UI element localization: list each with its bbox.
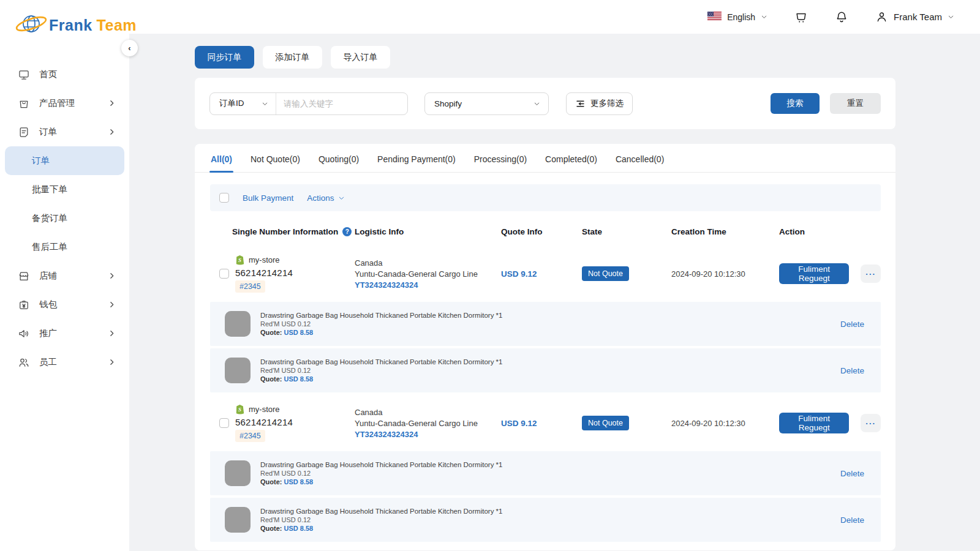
status-tab-completed[interactable]: Completed(0)	[544, 144, 598, 172]
bulk-payment-link[interactable]: Bulk Payment	[243, 193, 293, 203]
help-icon[interactable]: ?	[342, 227, 352, 236]
order-item-row: Drawstring Garbage Bag Household Thickan…	[210, 302, 881, 346]
delete-item-link[interactable]: Delete	[840, 515, 864, 525]
chevron-down-icon	[533, 100, 540, 107]
us-flag-icon	[707, 12, 722, 23]
order-checkbox[interactable]	[219, 418, 229, 428]
chevron-right-icon	[108, 128, 116, 136]
delete-item-link[interactable]: Delete	[840, 366, 864, 375]
tab-add-order[interactable]: 添加订单	[263, 46, 322, 69]
product-quote-value: USD 8.58	[284, 329, 314, 336]
platform-select[interactable]: Shopify	[424, 92, 549, 115]
user-menu[interactable]: Frank Team	[875, 10, 954, 23]
sidebar-subitem-label: 订单	[32, 155, 50, 167]
quote-amount: USD 9.12	[501, 269, 537, 279]
sidebar-item-promotion[interactable]: 推广	[0, 319, 129, 348]
reset-button[interactable]: 重置	[830, 93, 881, 114]
svg-text:S: S	[238, 257, 241, 263]
status-tab-processing[interactable]: Processing(0)	[473, 144, 528, 172]
chevron-down-icon	[761, 13, 767, 20]
sidebar-item-label: 推广	[39, 328, 57, 339]
filter-bar: 订单ID Shopify 更多筛选	[195, 78, 895, 129]
cart-icon[interactable]	[794, 10, 808, 24]
select-all-checkbox[interactable]	[219, 193, 229, 203]
status-tabs: All(0) Not Quote(0) Quoting(0) Pending P…	[195, 144, 895, 173]
product-thumbnail	[225, 507, 251, 533]
delete-item-link[interactable]: Delete	[840, 320, 864, 329]
sidebar-subitem-aftersale-ticket[interactable]: 售后工单	[0, 233, 129, 261]
product-variant: Red'M USD 0.12	[260, 367, 831, 374]
order-ref-badge[interactable]: #2345	[235, 430, 265, 442]
status-tab-all[interactable]: All(0)	[209, 144, 233, 172]
fulfilment-request-button[interactable]: Fuliment Reguegt	[779, 413, 849, 433]
column-header-quote: Quote Info	[501, 227, 582, 236]
sidebar-subitem-bulk-order[interactable]: 批量下单	[0, 175, 129, 204]
tab-sync-orders[interactable]: 同步订单	[195, 46, 254, 69]
sidebar-item-home[interactable]: 首页	[0, 60, 129, 89]
more-actions-button[interactable]: ...	[861, 414, 881, 432]
language-selector[interactable]: English	[707, 12, 767, 23]
brand-logo[interactable]: Frank Team	[0, 0, 129, 49]
destination-country: Canada	[355, 258, 501, 268]
sidebar-collapse-button[interactable]: ‹	[121, 40, 138, 56]
sidebar-subitem-label: 售后工单	[32, 241, 67, 253]
order-checkbox[interactable]	[219, 269, 229, 279]
status-tab-quoting[interactable]: Quoting(0)	[317, 144, 360, 172]
fulfilment-request-button[interactable]: Fuliment Reguegt	[779, 263, 849, 284]
notification-bell-icon[interactable]	[835, 10, 848, 24]
sidebar-item-orders[interactable]: 订单	[0, 118, 129, 146]
store-name: my-store	[249, 405, 280, 414]
chevron-down-icon	[338, 195, 345, 201]
status-tab-cancelled[interactable]: Cancelled(0)	[614, 144, 665, 172]
chevron-down-icon	[262, 100, 268, 107]
product-title: Drawstring Garbage Bag Household Thickan…	[260, 358, 831, 365]
sidebar-item-label: 首页	[39, 69, 57, 80]
chevron-right-icon	[108, 329, 116, 337]
content-area: 同步订单 添加订单 导入订单 订单ID Shopi	[129, 34, 980, 551]
actions-dropdown[interactable]: Actions	[307, 193, 344, 203]
sidebar-item-products[interactable]: 产品管理	[0, 89, 129, 118]
sidebar-item-staff[interactable]: 员工	[0, 348, 129, 377]
ellipsis-icon: ...	[865, 268, 876, 277]
search-button[interactable]: 搜索	[771, 93, 820, 114]
sidebar-subitem-orders[interactable]: 订单	[5, 146, 124, 175]
shopify-icon: S	[235, 404, 244, 414]
sidebar-subitem-stock-order[interactable]: 备货订单	[0, 204, 129, 233]
product-title: Drawstring Garbage Bag Household Thickan…	[260, 508, 831, 515]
tab-import-orders[interactable]: 导入订单	[331, 46, 390, 69]
more-actions-button[interactable]: ...	[861, 264, 881, 283]
column-header-state: State	[582, 227, 671, 236]
column-header-single-number: Single Number Informatlon ?	[219, 227, 355, 236]
keyword-input[interactable]	[276, 93, 407, 114]
state-badge: Not Quote	[582, 416, 629, 430]
user-icon	[875, 10, 888, 23]
delete-item-link[interactable]: Delete	[840, 469, 864, 478]
shopify-icon: S	[235, 255, 244, 265]
search-field-select[interactable]: 订单ID	[210, 93, 276, 114]
quote-amount: USD 9.12	[501, 419, 537, 428]
store-line: S my-store	[235, 404, 293, 414]
store-line: S my-store	[235, 255, 293, 265]
sidebar: Frank Team 首页 产品管理	[0, 0, 129, 551]
status-tab-pending-payment[interactable]: Pending Payment(0)	[376, 144, 457, 172]
product-thumbnail	[225, 460, 251, 486]
product-title: Drawstring Garbage Bag Household Thickan…	[260, 461, 831, 468]
chevron-right-icon	[108, 272, 116, 280]
tracking-number-link[interactable]: YT324324324324	[355, 280, 501, 290]
order-mode-tabs: 同步订单 添加订单 导入订单	[195, 46, 895, 69]
product-quote-value: USD 8.58	[284, 478, 314, 485]
product-quote-value: USD 8.58	[284, 525, 314, 532]
product-thumbnail	[225, 311, 251, 337]
brand-name-frank: Frank	[49, 17, 92, 34]
more-filters-button[interactable]: 更多筛选	[566, 92, 633, 115]
sidebar-item-wallet[interactable]: 钱包	[0, 290, 129, 319]
order-item-row: Drawstring Garbage Bag Household Thickan…	[210, 498, 881, 542]
platform-value: Shopify	[434, 99, 462, 108]
creation-time: 2024-09-20 10:12:30	[671, 419, 745, 428]
tracking-number-link[interactable]: YT324324324324	[355, 430, 501, 439]
product-thumbnail	[225, 358, 251, 383]
order-ref-badge[interactable]: #2345	[235, 280, 265, 293]
filter-icon	[575, 99, 586, 109]
status-tab-not-quote[interactable]: Not Quote(0)	[249, 144, 301, 172]
sidebar-item-stores[interactable]: 店铺	[0, 261, 129, 290]
